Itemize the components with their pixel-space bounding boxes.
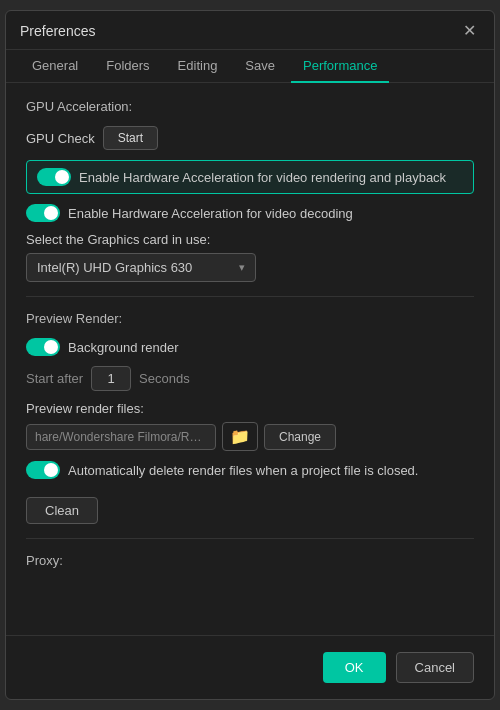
render-files-label: Preview render files: [26,401,474,416]
render-path-input[interactable]: hare/Wondershare Filmora/Render [26,424,216,450]
render-files-row: Preview render files: hare/Wondershare F… [26,401,474,451]
select-card-label: Select the Graphics card in use: [26,232,474,247]
ok-button[interactable]: OK [323,652,386,683]
start-after-row: Start after Seconds [26,366,474,391]
preview-section-label: Preview Render: [26,311,474,326]
section-divider-2 [26,538,474,539]
clean-button[interactable]: Clean [26,497,98,524]
proxy-section-label: Proxy: [26,553,63,568]
dialog-title: Preferences [20,23,95,39]
render-path-row: hare/Wondershare Filmora/Render 📁 Change [26,422,474,451]
hw-accel-decode-row: Enable Hardware Acceleration for video d… [26,204,474,222]
cancel-button[interactable]: Cancel [396,652,474,683]
auto-delete-label: Automatically delete render files when a… [68,463,418,478]
seconds-label: Seconds [139,371,190,386]
tab-save[interactable]: Save [233,50,287,83]
content-area: GPU Acceleration: GPU Check Start Enable… [6,83,494,584]
selected-card-value: Intel(R) UHD Graphics 630 [37,260,192,275]
auto-delete-toggle[interactable] [26,461,60,479]
tabs-bar: General Folders Editing Save Performance [6,50,494,83]
change-button[interactable]: Change [264,424,336,450]
section-divider-1 [26,296,474,297]
chevron-down-icon: ▾ [239,261,245,274]
hw-accel-decode-label: Enable Hardware Acceleration for video d… [68,206,353,221]
start-button[interactable]: Start [103,126,158,150]
title-bar: Preferences ✕ [6,11,494,50]
bg-render-label: Background render [68,340,179,355]
gpu-check-row: GPU Check Start [26,126,474,150]
gpu-section-label: GPU Acceleration: [26,99,474,114]
gpu-check-label: GPU Check [26,131,95,146]
close-button[interactable]: ✕ [459,21,480,41]
select-card-row: Select the Graphics card in use: Intel(R… [26,232,474,282]
start-after-label: Start after [26,371,83,386]
tab-performance[interactable]: Performance [291,50,389,83]
hw-accel-video-row: Enable Hardware Acceleration for video r… [26,160,474,194]
bg-render-row: Background render [26,338,474,356]
tab-editing[interactable]: Editing [166,50,230,83]
graphics-card-select[interactable]: Intel(R) UHD Graphics 630 ▾ [26,253,256,282]
hw-accel-video-label: Enable Hardware Acceleration for video r… [79,170,446,185]
tab-folders[interactable]: Folders [94,50,161,83]
tab-general[interactable]: General [20,50,90,83]
hw-accel-decode-toggle[interactable] [26,204,60,222]
auto-delete-row: Automatically delete render files when a… [26,461,474,479]
folder-button[interactable]: 📁 [222,422,258,451]
proxy-section: Proxy: [26,553,474,568]
preferences-dialog: Preferences ✕ General Folders Editing Sa… [5,10,495,700]
dialog-footer: OK Cancel [6,635,494,699]
bg-render-toggle[interactable] [26,338,60,356]
start-after-input[interactable] [91,366,131,391]
hw-accel-video-toggle[interactable] [37,168,71,186]
